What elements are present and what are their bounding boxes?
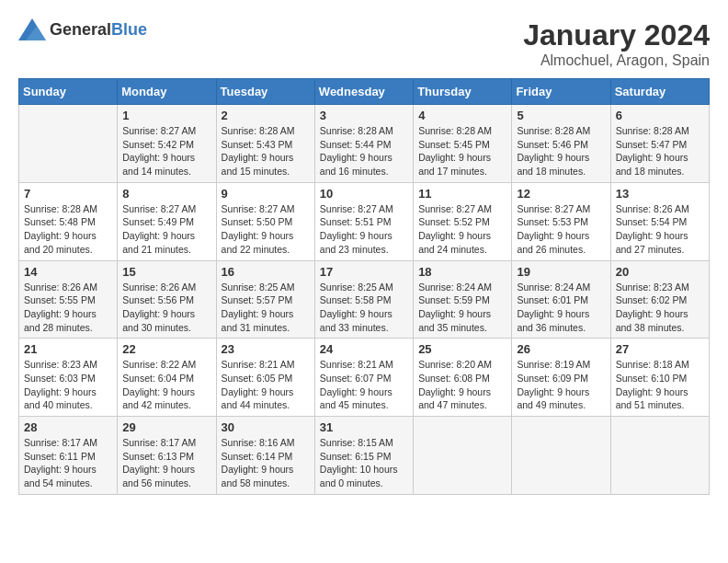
calendar-cell: 11Sunrise: 8:27 AMSunset: 5:52 PMDayligh… [414,182,512,260]
calendar-cell: 14Sunrise: 8:26 AMSunset: 5:55 PMDayligh… [19,260,118,339]
calendar-cell: 7Sunrise: 8:28 AMSunset: 5:48 PMDaylight… [19,182,118,260]
day-info: Sunrise: 8:17 AMSunset: 6:13 PMDaylight:… [122,436,210,490]
day-info: Sunrise: 8:21 AMSunset: 6:07 PMDaylight:… [320,358,408,412]
day-number: 13 [616,187,704,201]
calendar-cell: 12Sunrise: 8:27 AMSunset: 5:53 PMDayligh… [512,182,610,260]
day-number: 20 [616,265,704,279]
day-number: 26 [517,342,605,356]
day-number: 17 [320,265,408,279]
logo-general: General [50,20,111,39]
day-number: 27 [616,342,704,356]
day-number: 7 [24,187,112,201]
day-number: 8 [122,187,210,201]
day-info: Sunrise: 8:28 AMSunset: 5:44 PMDaylight:… [320,124,408,178]
logo: GeneralBlue [18,18,147,40]
day-number: 4 [418,109,506,122]
day-info: Sunrise: 8:26 AMSunset: 5:54 PMDaylight:… [616,202,704,257]
calendar-cell: 25Sunrise: 8:20 AMSunset: 6:08 PMDayligh… [414,339,512,417]
day-info: Sunrise: 8:25 AMSunset: 5:57 PMDaylight:… [222,281,310,335]
calendar-cell: 1Sunrise: 8:27 AMSunset: 5:42 PMDaylight… [118,105,216,183]
day-number: 3 [320,109,408,122]
day-number: 30 [222,420,310,434]
day-number: 23 [222,342,310,356]
calendar-cell [19,105,118,183]
day-number: 31 [320,420,408,434]
calendar-cell: 3Sunrise: 8:28 AMSunset: 5:44 PMDaylight… [314,105,413,183]
calendar-cell: 27Sunrise: 8:18 AMSunset: 6:10 PMDayligh… [610,339,709,417]
day-number: 2 [222,109,310,122]
day-info: Sunrise: 8:26 AMSunset: 5:56 PMDaylight:… [122,281,210,335]
logo-icon [18,18,46,40]
day-number: 10 [320,187,408,201]
day-info: Sunrise: 8:27 AMSunset: 5:51 PMDaylight:… [320,202,408,257]
header-day-wednesday: Wednesday [314,79,413,105]
day-info: Sunrise: 8:27 AMSunset: 5:52 PMDaylight:… [418,202,506,257]
calendar-body: 1Sunrise: 8:27 AMSunset: 5:42 PMDaylight… [19,105,710,495]
calendar-cell: 23Sunrise: 8:21 AMSunset: 6:05 PMDayligh… [216,339,314,417]
day-number: 15 [122,265,210,279]
calendar-cell: 15Sunrise: 8:26 AMSunset: 5:56 PMDayligh… [118,260,216,339]
header: GeneralBlue January 2024 Almochuel, Arag… [18,18,710,69]
day-info: Sunrise: 8:28 AMSunset: 5:45 PMDaylight:… [418,124,506,178]
calendar-cell: 31Sunrise: 8:15 AMSunset: 6:15 PMDayligh… [314,417,413,495]
calendar-cell: 26Sunrise: 8:19 AMSunset: 6:09 PMDayligh… [512,339,610,417]
calendar-cell: 19Sunrise: 8:24 AMSunset: 6:01 PMDayligh… [512,260,610,339]
day-info: Sunrise: 8:19 AMSunset: 6:09 PMDaylight:… [517,358,605,412]
day-info: Sunrise: 8:23 AMSunset: 6:02 PMDaylight:… [616,281,704,335]
day-info: Sunrise: 8:24 AMSunset: 6:01 PMDaylight:… [517,281,605,335]
day-info: Sunrise: 8:26 AMSunset: 5:55 PMDaylight:… [24,281,112,335]
calendar-cell [512,417,610,495]
day-info: Sunrise: 8:17 AMSunset: 6:11 PMDaylight:… [24,436,112,490]
calendar-cell: 22Sunrise: 8:22 AMSunset: 6:04 PMDayligh… [118,339,216,417]
main-title: January 2024 [523,18,710,52]
calendar-cell: 17Sunrise: 8:25 AMSunset: 5:58 PMDayligh… [314,260,413,339]
day-number: 16 [222,265,310,279]
calendar-cell: 10Sunrise: 8:27 AMSunset: 5:51 PMDayligh… [314,182,413,260]
calendar-week-4: 21Sunrise: 8:23 AMSunset: 6:03 PMDayligh… [19,339,710,417]
calendar-cell: 20Sunrise: 8:23 AMSunset: 6:02 PMDayligh… [610,260,709,339]
calendar-cell: 29Sunrise: 8:17 AMSunset: 6:13 PMDayligh… [118,417,216,495]
logo-text: GeneralBlue [50,20,147,40]
calendar-week-2: 7Sunrise: 8:28 AMSunset: 5:48 PMDaylight… [19,182,710,260]
day-info: Sunrise: 8:27 AMSunset: 5:50 PMDaylight:… [222,202,310,257]
day-number: 18 [418,265,506,279]
day-number: 25 [418,342,506,356]
day-info: Sunrise: 8:18 AMSunset: 6:10 PMDaylight:… [616,358,704,412]
day-number: 21 [24,342,112,356]
day-info: Sunrise: 8:28 AMSunset: 5:43 PMDaylight:… [222,124,310,178]
day-number: 9 [222,187,310,201]
day-number: 19 [517,265,605,279]
day-number: 28 [24,420,112,434]
calendar-cell [414,417,512,495]
calendar-header: SundayMondayTuesdayWednesdayThursdayFrid… [19,79,710,105]
header-day-monday: Monday [118,79,216,105]
calendar-table: SundayMondayTuesdayWednesdayThursdayFrid… [18,78,710,495]
calendar-cell: 24Sunrise: 8:21 AMSunset: 6:07 PMDayligh… [314,339,413,417]
header-day-saturday: Saturday [610,79,709,105]
day-number: 12 [517,187,605,201]
day-number: 14 [24,265,112,279]
header-day-thursday: Thursday [414,79,512,105]
day-info: Sunrise: 8:24 AMSunset: 5:59 PMDaylight:… [418,281,506,335]
header-day-friday: Friday [512,79,610,105]
header-day-sunday: Sunday [19,79,118,105]
day-info: Sunrise: 8:22 AMSunset: 6:04 PMDaylight:… [122,358,210,412]
day-number: 6 [616,109,704,122]
day-info: Sunrise: 8:23 AMSunset: 6:03 PMDaylight:… [24,358,112,412]
day-info: Sunrise: 8:25 AMSunset: 5:58 PMDaylight:… [320,281,408,335]
calendar-cell: 18Sunrise: 8:24 AMSunset: 5:59 PMDayligh… [414,260,512,339]
day-info: Sunrise: 8:16 AMSunset: 6:14 PMDaylight:… [222,436,310,490]
calendar-cell [610,417,709,495]
calendar-cell: 21Sunrise: 8:23 AMSunset: 6:03 PMDayligh… [19,339,118,417]
day-number: 29 [122,420,210,434]
calendar-cell: 13Sunrise: 8:26 AMSunset: 5:54 PMDayligh… [610,182,709,260]
calendar-cell: 16Sunrise: 8:25 AMSunset: 5:57 PMDayligh… [216,260,314,339]
day-info: Sunrise: 8:20 AMSunset: 6:08 PMDaylight:… [418,358,506,412]
calendar-cell: 5Sunrise: 8:28 AMSunset: 5:46 PMDaylight… [512,105,610,183]
days-header-row: SundayMondayTuesdayWednesdayThursdayFrid… [19,79,710,105]
title-area: January 2024 Almochuel, Aragon, Spain [523,18,710,69]
day-number: 24 [320,342,408,356]
day-info: Sunrise: 8:27 AMSunset: 5:42 PMDaylight:… [122,124,210,178]
day-number: 5 [517,109,605,122]
calendar-week-1: 1Sunrise: 8:27 AMSunset: 5:42 PMDaylight… [19,105,710,183]
